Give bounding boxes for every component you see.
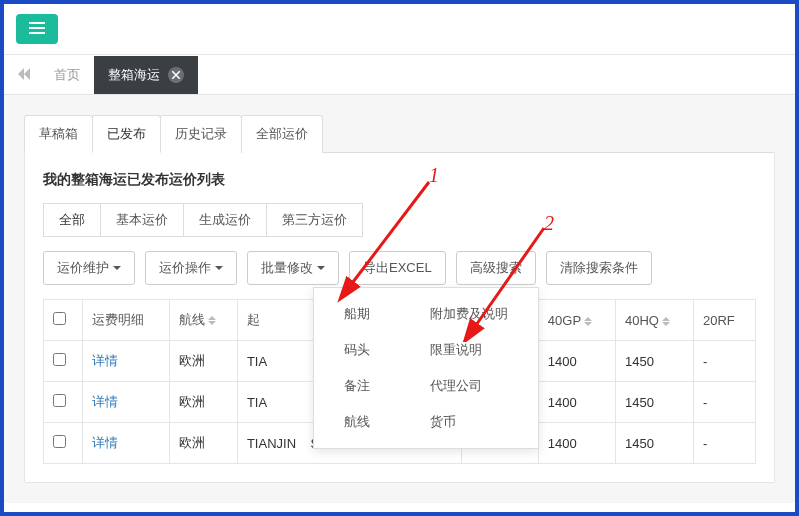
th-detail[interactable]: 运费明细 <box>83 300 170 341</box>
dropdown-item-weight[interactable]: 限重说明 <box>408 332 530 368</box>
cell-40hq: 1450 <box>615 423 693 464</box>
maintain-button[interactable]: 运价维护 <box>43 251 135 285</box>
bulk-edit-dropdown: 船期 码头 备注 航线 附加费及说明 限重说明 代理公司 货币 <box>313 287 539 449</box>
cell-40hq: 1450 <box>615 341 693 382</box>
cell-20rf: - <box>694 341 756 382</box>
dropdown-item-currency[interactable]: 货币 <box>408 404 530 440</box>
cell-40gp: 1400 <box>538 341 615 382</box>
cell-route: 欧洲 <box>169 341 237 382</box>
bulk-edit-button[interactable]: 批量修改 <box>247 251 339 285</box>
dropdown-col-2: 附加费及说明 限重说明 代理公司 货币 <box>400 296 538 440</box>
cell-20rf: - <box>694 382 756 423</box>
content-area: 草稿箱 已发布 历史记录 全部运价 我的整箱海运已发布运价列表 全部 基本运价 … <box>4 95 795 503</box>
row-checkbox[interactable] <box>53 394 66 407</box>
topbar <box>4 4 795 55</box>
operate-button[interactable]: 运价操作 <box>145 251 237 285</box>
dropdown-item-schedule[interactable]: 船期 <box>322 296 392 332</box>
filter-basic[interactable]: 基本运价 <box>100 203 184 237</box>
sort-icon <box>584 317 592 326</box>
dropdown-item-terminal[interactable]: 码头 <box>322 332 392 368</box>
cell-route: 欧洲 <box>169 382 237 423</box>
detail-link[interactable]: 详情 <box>92 353 118 368</box>
filter-thirdparty[interactable]: 第三方运价 <box>266 203 363 237</box>
th-route[interactable]: 航线 <box>169 300 237 341</box>
cell-40gp: 1400 <box>538 423 615 464</box>
dropdown-item-agent[interactable]: 代理公司 <box>408 368 530 404</box>
dropdown-item-route[interactable]: 航线 <box>322 404 392 440</box>
subtab-draft[interactable]: 草稿箱 <box>24 115 93 153</box>
filter-all[interactable]: 全部 <box>43 203 101 237</box>
filter-tabs: 全部 基本运价 生成运价 第三方运价 <box>43 203 756 237</box>
th-20rf[interactable]: 20RF <box>694 300 756 341</box>
th-40gp[interactable]: 40GP <box>538 300 615 341</box>
tab-active[interactable]: 整箱海运 <box>94 56 198 94</box>
app-frame: 首页 整箱海运 草稿箱 已发布 历史记录 全部运价 我的整箱海运已发布运价列表 … <box>0 0 799 516</box>
clear-search-button[interactable]: 清除搜索条件 <box>546 251 652 285</box>
dropdown-col-1: 船期 码头 备注 航线 <box>314 296 400 440</box>
subtabs: 草稿箱 已发布 历史记录 全部运价 <box>24 115 775 153</box>
select-all-checkbox[interactable] <box>53 312 66 325</box>
th-40hq[interactable]: 40HQ <box>615 300 693 341</box>
dropdown-item-surcharge[interactable]: 附加费及说明 <box>408 296 530 332</box>
sort-icon <box>662 317 670 326</box>
detail-link[interactable]: 详情 <box>92 394 118 409</box>
detail-link[interactable]: 详情 <box>92 435 118 450</box>
dropdown-item-remark[interactable]: 备注 <box>322 368 392 404</box>
hamburger-icon <box>29 22 45 37</box>
subtab-all[interactable]: 全部运价 <box>241 115 323 153</box>
row-checkbox[interactable] <box>53 353 66 366</box>
rewind-icon[interactable] <box>16 67 32 83</box>
menu-toggle-button[interactable] <box>16 14 58 44</box>
cell-40hq: 1450 <box>615 382 693 423</box>
cell-route: 欧洲 <box>169 423 237 464</box>
main-card: 我的整箱海运已发布运价列表 全部 基本运价 生成运价 第三方运价 运价维护 运价… <box>24 152 775 483</box>
sort-icon <box>208 316 216 325</box>
tab-home[interactable]: 首页 <box>40 56 94 94</box>
cell-20rf: - <box>694 423 756 464</box>
cell-40gp: 1400 <box>538 382 615 423</box>
tab-active-label: 整箱海运 <box>108 66 160 84</box>
section-title: 我的整箱海运已发布运价列表 <box>43 171 756 189</box>
subtab-published[interactable]: 已发布 <box>92 115 161 153</box>
chevron-down-icon <box>215 266 223 270</box>
chevron-down-icon <box>113 266 121 270</box>
tabs-bar: 首页 整箱海运 <box>4 55 795 95</box>
toolbar: 运价维护 运价操作 批量修改 导出EXCEL 高级搜索 清除搜索条件 船期 码头… <box>43 251 756 285</box>
close-icon[interactable] <box>168 67 184 83</box>
th-checkbox <box>44 300 83 341</box>
filter-generated[interactable]: 生成运价 <box>183 203 267 237</box>
row-checkbox[interactable] <box>53 435 66 448</box>
chevron-down-icon <box>317 266 325 270</box>
export-button[interactable]: 导出EXCEL <box>349 251 446 285</box>
subtab-history[interactable]: 历史记录 <box>160 115 242 153</box>
advanced-search-button[interactable]: 高级搜索 <box>456 251 536 285</box>
